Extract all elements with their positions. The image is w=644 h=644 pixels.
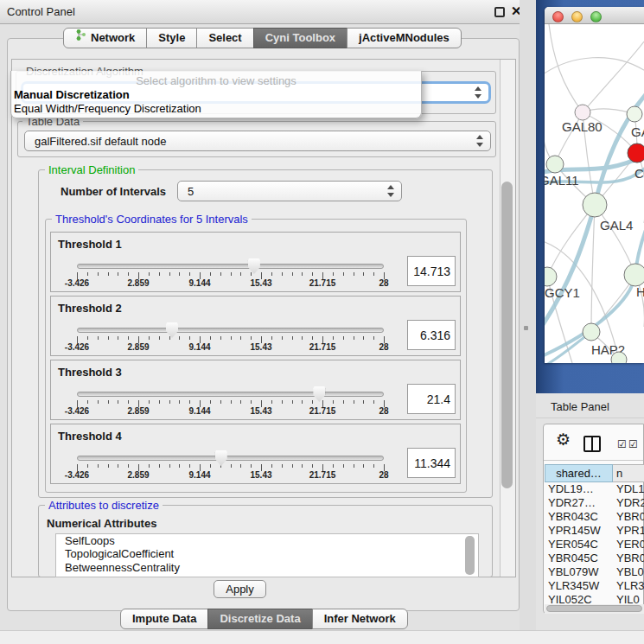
tick-mark	[169, 272, 170, 276]
tick-mark	[128, 464, 129, 468]
attribute-item[interactable]: BetweennessCentrality	[56, 561, 478, 574]
apply-button[interactable]: Apply	[214, 580, 266, 598]
float-window-icon[interactable]	[494, 7, 505, 17]
threshold-slider-thumb[interactable]	[166, 322, 178, 338]
popup-item-equal-width-frequency[interactable]: Equal Width/Frequency Discretization	[14, 102, 201, 115]
network-window[interactable]: GAL80GACGAL11GAL4GCY1HHAP2	[545, 7, 644, 363]
table-row[interactable]: YER054CYER0	[545, 538, 644, 552]
cell-name: YER0	[616, 538, 644, 551]
network-node[interactable]	[611, 352, 627, 363]
numerical-attributes-list[interactable]: SelfLoopsTopologicalCoefficientBetweenne…	[55, 533, 479, 577]
threshold-value-field[interactable]: 6.316	[407, 320, 456, 350]
tick-mark	[240, 272, 241, 276]
network-canvas[interactable]: GAL80GACGAL11GAL4GCY1HHAP2	[545, 24, 644, 363]
threshold-slider-thumb[interactable]	[313, 386, 325, 402]
table-data-combo[interactable]: galFiltered.sif default node	[24, 131, 491, 151]
table-hscrollbar-track[interactable]	[545, 604, 644, 614]
tab-cyni-toolbox[interactable]: Cyni Toolbox	[253, 28, 348, 48]
network-node-label: GAL80	[562, 119, 603, 134]
splitter-handle-icon[interactable]	[524, 326, 528, 330]
attributes-list-scrollbar[interactable]	[465, 536, 475, 575]
number-of-intervals-combo[interactable]: 5	[177, 181, 402, 201]
tick-label: -3.426	[65, 470, 89, 480]
column-header-shared-name[interactable]: shared…	[545, 464, 613, 482]
tick-mark	[373, 336, 374, 340]
minimize-traffic-light-icon[interactable]	[571, 11, 583, 22]
tab-style[interactable]: Style	[146, 28, 197, 48]
tick-label: 21.715	[309, 406, 336, 416]
threshold-slider-thumb[interactable]	[215, 450, 227, 466]
settings-scrollbar-thumb[interactable]	[501, 182, 513, 488]
tick-label: 28	[379, 342, 388, 352]
tick-mark	[302, 336, 303, 340]
tick-label: 21.715	[309, 470, 336, 480]
tick-mark	[179, 464, 180, 468]
threshold-slider-track[interactable]	[77, 328, 384, 333]
tick-mark	[333, 400, 334, 404]
table-row[interactable]: YBR043CYBR0	[545, 510, 644, 524]
split-columns-icon[interactable]	[583, 436, 601, 452]
zoom-traffic-light-icon[interactable]	[590, 11, 602, 22]
network-node-gal80[interactable]	[575, 105, 590, 120]
attribute-item[interactable]: TopologicalCoefficient	[56, 547, 478, 560]
cell-name: YBR0	[616, 510, 644, 523]
table-row[interactable]: YIL052CYIL0	[545, 593, 644, 604]
network-node-hap2[interactable]	[583, 323, 600, 341]
checkbox-icon[interactable]: ☑	[617, 438, 627, 450]
tick-mark	[333, 272, 334, 276]
tick-mark	[312, 272, 313, 276]
table-row[interactable]: YDL19…YDL1	[545, 482, 644, 496]
tab-impute-data[interactable]: Impute Data	[120, 609, 208, 629]
network-node-h[interactable]	[624, 264, 644, 286]
table-row[interactable]: YBL079WYBL0	[545, 565, 644, 579]
network-node-gcy1[interactable]	[545, 267, 557, 286]
tab-select[interactable]: Select	[196, 28, 253, 48]
threshold-slider-track[interactable]	[77, 392, 384, 397]
tick-label: 9.144	[188, 342, 210, 352]
table-hscrollbar-thumb[interactable]	[546, 605, 642, 612]
close-traffic-light-icon[interactable]	[552, 11, 564, 22]
threshold-value-field[interactable]: 11.344	[407, 448, 456, 478]
tick-mark	[149, 400, 150, 404]
tick-mark	[271, 400, 272, 404]
table-row[interactable]: YPR145WYPR1	[545, 524, 644, 538]
threshold-slider-track[interactable]	[77, 264, 384, 269]
table-row[interactable]: YBR045CYBR0	[545, 552, 644, 565]
attribute-item[interactable]: SelfLoops	[56, 534, 478, 547]
gear-icon[interactable]: ⚙	[556, 430, 571, 450]
threshold-box-4: Threshold 4-3.4262.8599.14415.4321.71528…	[50, 424, 461, 484]
checkbox-icon[interactable]: ☑	[628, 438, 638, 450]
status-strip	[0, 630, 644, 644]
tab-infer-network[interactable]: Infer Network	[312, 609, 408, 629]
tick-mark	[312, 336, 313, 340]
cell-shared-name: YBL079W	[548, 565, 599, 578]
tick-mark	[343, 336, 344, 340]
network-node-gal4[interactable]	[583, 193, 607, 217]
tab-discretize-data[interactable]: Discretize Data	[207, 609, 312, 629]
stepper-icon	[475, 86, 482, 99]
threshold-slider-thumb[interactable]	[248, 258, 260, 274]
tab-jactivemnodules[interactable]: jActiveMNodules	[347, 28, 462, 48]
table-row[interactable]: YDR27…YDR2	[545, 496, 644, 510]
tick-mark	[118, 336, 118, 340]
tick-mark	[149, 336, 150, 340]
table-row[interactable]: YLR345WYLR3	[545, 579, 644, 593]
network-node-ga[interactable]	[627, 106, 642, 122]
tick-mark	[292, 464, 293, 468]
threshold-value-field[interactable]: 14.713	[407, 256, 456, 286]
network-window-titlebar[interactable]	[545, 7, 644, 24]
network-node-gal11[interactable]	[546, 156, 564, 173]
column-header-name[interactable]: n	[613, 464, 644, 482]
popup-item-manual-discretization[interactable]: Manual Discretization	[14, 88, 130, 101]
network-node-c[interactable]	[628, 143, 644, 163]
tick-mark	[240, 336, 241, 340]
threshold-value-field[interactable]: 21.4	[407, 384, 456, 414]
tab-network[interactable]: Network	[63, 28, 147, 48]
tick-mark	[149, 464, 150, 468]
tick-label: 15.43	[250, 406, 271, 416]
threshold-slider-track[interactable]	[77, 456, 384, 461]
threshold-label: Threshold 3	[58, 366, 122, 379]
tick-mark	[231, 336, 232, 340]
node-table: ⚙ ☑ ☑ shared… n YDL19…YDL1YDR27…YDR2YBR0…	[543, 424, 644, 614]
panel-splitter[interactable]	[520, 0, 536, 644]
